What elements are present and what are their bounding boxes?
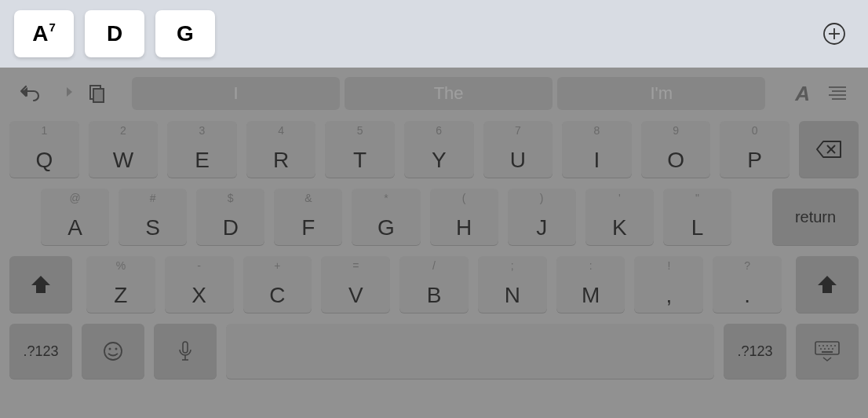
svg-point-11 xyxy=(104,343,122,360)
key-s[interactable]: #S xyxy=(119,189,187,245)
svg-rect-14 xyxy=(183,342,188,353)
chord-toolbar: A7 D G xyxy=(0,0,868,68)
shift-key-left[interactable] xyxy=(9,256,72,313)
key-t[interactable]: 5T xyxy=(325,121,395,178)
backspace-key[interactable] xyxy=(799,121,859,178)
plus-circle-icon xyxy=(822,22,846,46)
key-v[interactable]: =V xyxy=(321,256,390,313)
svg-point-19 xyxy=(822,345,824,346)
chord-label: A xyxy=(32,21,48,46)
key-m[interactable]: :M xyxy=(556,256,625,313)
shift-icon xyxy=(816,274,838,295)
svg-point-26 xyxy=(832,348,833,350)
svg-point-12 xyxy=(109,348,111,350)
svg-point-21 xyxy=(830,345,832,346)
chord-sup: 7 xyxy=(49,20,55,34)
space-key[interactable] xyxy=(226,324,714,379)
align-lines-icon xyxy=(827,85,848,102)
key-q[interactable]: 1Q xyxy=(9,121,79,178)
svg-point-23 xyxy=(820,348,822,350)
suggestion-1[interactable]: I xyxy=(132,77,340,110)
key-l[interactable]: "L xyxy=(663,189,731,245)
svg-point-25 xyxy=(828,348,830,350)
suggestion-bar: I The I'm A xyxy=(5,71,863,116)
key-j[interactable]: )J xyxy=(508,189,576,245)
key-r[interactable]: 4R xyxy=(246,121,316,178)
key-y[interactable]: 6Y xyxy=(404,121,474,178)
key-row-1: 1Q2W3E4R5T6Y7U8I9O0P xyxy=(5,121,863,178)
svg-rect-4 xyxy=(93,89,104,102)
key-u[interactable]: 7U xyxy=(483,121,553,178)
key-a[interactable]: @A xyxy=(41,189,109,245)
return-key[interactable]: return xyxy=(772,189,859,245)
key-k[interactable]: 'K xyxy=(585,189,654,245)
svg-point-13 xyxy=(115,348,118,350)
emoji-icon xyxy=(102,340,124,362)
chord-button-d[interactable]: D xyxy=(85,10,144,57)
undo-icon xyxy=(20,85,42,102)
redo-button[interactable] xyxy=(50,80,77,107)
add-chord-button[interactable] xyxy=(821,20,848,47)
key-c[interactable]: +C xyxy=(243,256,312,313)
dictation-key[interactable] xyxy=(154,324,217,379)
key-w[interactable]: 2W xyxy=(89,121,159,178)
svg-point-18 xyxy=(819,345,820,346)
key-o[interactable]: 9O xyxy=(641,121,711,178)
svg-point-20 xyxy=(826,345,828,346)
chord-button-g[interactable]: G xyxy=(155,10,215,57)
key-row-2: @A#S$D&F*G(H)J'K"L return xyxy=(5,189,863,245)
key-p[interactable]: 0P xyxy=(720,121,790,178)
key-i[interactable]: 8I xyxy=(562,121,632,178)
chord-button-a7[interactable]: A7 xyxy=(14,10,74,57)
dismiss-keyboard-key[interactable] xyxy=(796,324,859,379)
key-row-3: %Z-X+C=V/B;N:M!,?. xyxy=(5,256,863,313)
keyboard: I The I'm A 1Q2W3E4R5T6Y7U8I9O0P @A#S$D&… xyxy=(0,68,868,418)
chord-label: D xyxy=(107,21,122,46)
key-row-bottom: .?123 .?123 xyxy=(5,324,863,379)
clipboard-icon xyxy=(87,84,106,103)
paragraph-button[interactable] xyxy=(824,80,851,107)
numbers-key-right[interactable]: .?123 xyxy=(724,324,786,379)
key-b[interactable]: /B xyxy=(399,256,469,313)
backspace-icon xyxy=(815,140,842,159)
key-z[interactable]: %Z xyxy=(86,256,155,313)
svg-point-22 xyxy=(834,345,836,346)
hide-keyboard-icon xyxy=(814,340,841,362)
microphone-icon xyxy=(177,340,193,362)
format-button[interactable]: A xyxy=(795,82,810,106)
chord-label: G xyxy=(177,21,194,46)
key-x[interactable]: -X xyxy=(165,256,234,313)
key-n[interactable]: ;N xyxy=(478,256,547,313)
key-f[interactable]: &F xyxy=(274,189,342,245)
svg-rect-27 xyxy=(822,351,833,353)
redo-icon xyxy=(53,85,75,102)
shift-key-right[interactable] xyxy=(796,256,859,313)
key-e[interactable]: 3E xyxy=(167,121,237,178)
suggestion-3[interactable]: I'm xyxy=(557,77,765,110)
key-,[interactable]: !, xyxy=(634,256,703,313)
shift-icon xyxy=(30,274,52,295)
suggestion-2[interactable]: The xyxy=(345,77,553,110)
key-d[interactable]: $D xyxy=(196,189,264,245)
paste-button[interactable] xyxy=(83,80,110,107)
undo-button[interactable] xyxy=(17,80,44,107)
emoji-key[interactable] xyxy=(82,324,144,379)
key-g[interactable]: *G xyxy=(352,189,420,245)
key-.[interactable]: ?. xyxy=(713,256,782,313)
numbers-key-left[interactable]: .?123 xyxy=(9,324,72,379)
key-h[interactable]: (H xyxy=(430,189,498,245)
svg-point-24 xyxy=(824,348,826,350)
